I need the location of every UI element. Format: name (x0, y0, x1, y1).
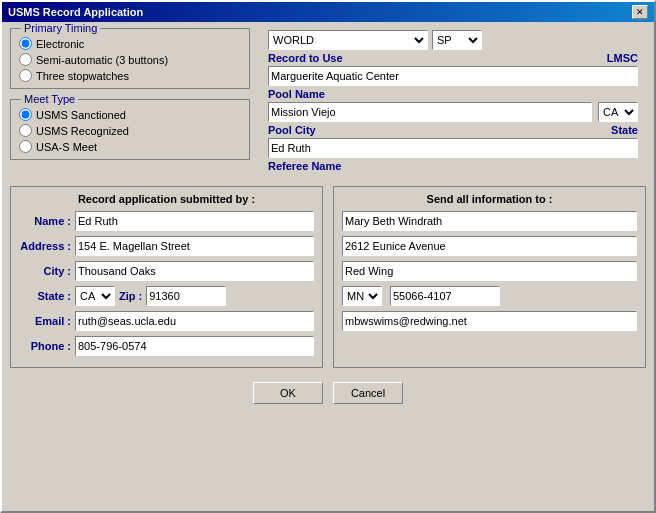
send-name-input[interactable] (342, 211, 637, 231)
button-row: OK Cancel (2, 378, 654, 408)
sub-email-row: Email : (19, 311, 314, 331)
pool-name-row (268, 66, 638, 86)
timing-electronic[interactable]: Electronic (19, 37, 241, 50)
pool-state-select[interactable]: CA (598, 102, 638, 122)
close-button[interactable]: ✕ (632, 5, 648, 19)
left-panel: Primary Timing Electronic Semi-automatic… (10, 28, 250, 172)
send-city-input[interactable] (342, 261, 637, 281)
send-state-select[interactable]: MN (342, 286, 382, 306)
sub-city-input[interactable] (75, 261, 314, 281)
meet-type-title: Meet Type (21, 93, 78, 105)
right-panel: WORLD SP Record to Use LMSC Pool Name (260, 28, 646, 172)
send-name-row (342, 211, 637, 231)
primary-timing-group: Primary Timing Electronic Semi-automatic… (10, 28, 250, 89)
submitted-by-title: Record application submitted by : (19, 193, 314, 205)
sub-address-input[interactable] (75, 236, 314, 256)
referee-name-label-row: Referee Name (268, 160, 638, 172)
send-to-title: Send all information to : (342, 193, 637, 205)
sub-zip-input[interactable] (146, 286, 226, 306)
meet-usms-sanctioned[interactable]: USMS Sanctioned (19, 108, 241, 121)
sub-city-row: City : (19, 261, 314, 281)
sub-state-select[interactable]: CA (75, 286, 115, 306)
send-city-row (342, 261, 637, 281)
pool-name-input[interactable] (268, 66, 638, 86)
ok-button[interactable]: OK (253, 382, 323, 404)
record-to-use-label: Record to Use (268, 52, 343, 64)
timing-radio-group: Electronic Semi-automatic (3 buttons) Th… (19, 37, 241, 82)
sub-address-row: Address : (19, 236, 314, 256)
send-state-zip-row: MN (342, 286, 637, 306)
referee-name-input[interactable] (268, 138, 638, 158)
sub-phone-row: Phone : (19, 336, 314, 356)
timing-stopwatch[interactable]: Three stopwatches (19, 69, 241, 82)
meet-type-radio-group: USMS Sanctioned USMS Recognized USA-S Me… (19, 108, 241, 153)
cancel-button[interactable]: Cancel (333, 382, 403, 404)
pool-city-state-labels: Pool City State (268, 124, 638, 136)
sub-email-input[interactable] (75, 311, 314, 331)
sub-address-label: Address : (19, 240, 71, 252)
sub-state-zip-row: State : CA Zip : (19, 286, 314, 306)
timing-semiauto[interactable]: Semi-automatic (3 buttons) (19, 53, 241, 66)
record-lmsc-labels: Record to Use LMSC (268, 52, 638, 64)
bottom-section: Record application submitted by : Name :… (2, 182, 654, 372)
send-email-input[interactable] (342, 311, 637, 331)
meet-usa-s[interactable]: USA-S Meet (19, 140, 241, 153)
referee-name-label: Referee Name (268, 160, 341, 172)
pool-city-input[interactable] (268, 102, 592, 122)
sub-phone-input[interactable] (75, 336, 314, 356)
main-window: USMS Record Application ✕ Primary Timing… (0, 0, 656, 513)
lmsc-label: LMSC (607, 52, 638, 64)
meet-type-group: Meet Type USMS Sanctioned USMS Recognize… (10, 99, 250, 160)
primary-timing-title: Primary Timing (21, 22, 100, 34)
pool-city-state-row: CA (268, 102, 638, 122)
submitted-by-panel: Record application submitted by : Name :… (10, 186, 323, 368)
send-address-input[interactable] (342, 236, 637, 256)
send-to-panel: Send all information to : MN (333, 186, 646, 368)
state-label: State (611, 124, 638, 136)
pool-name-label: Pool Name (268, 88, 325, 100)
pool-city-label: Pool City (268, 124, 316, 136)
window-title: USMS Record Application (8, 6, 143, 18)
sp-select[interactable]: SP (432, 30, 482, 50)
sub-zip-label: Zip : (119, 290, 142, 302)
meet-usms-recognized[interactable]: USMS Recognized (19, 124, 241, 137)
sub-name-row: Name : (19, 211, 314, 231)
title-bar: USMS Record Application ✕ (2, 2, 654, 22)
sub-state-label: State : (19, 290, 71, 302)
send-zip-input[interactable] (390, 286, 500, 306)
send-address-row (342, 236, 637, 256)
sub-phone-label: Phone : (19, 340, 71, 352)
pool-name-label-row: Pool Name (268, 88, 638, 100)
world-select[interactable]: WORLD (268, 30, 428, 50)
sub-city-label: City : (19, 265, 71, 277)
sub-email-label: Email : (19, 315, 71, 327)
sub-name-input[interactable] (75, 211, 314, 231)
send-email-row (342, 311, 637, 331)
referee-name-row (268, 138, 638, 158)
world-sp-row: WORLD SP (268, 30, 638, 50)
sub-name-label: Name : (19, 215, 71, 227)
main-content: Primary Timing Electronic Semi-automatic… (2, 22, 654, 178)
